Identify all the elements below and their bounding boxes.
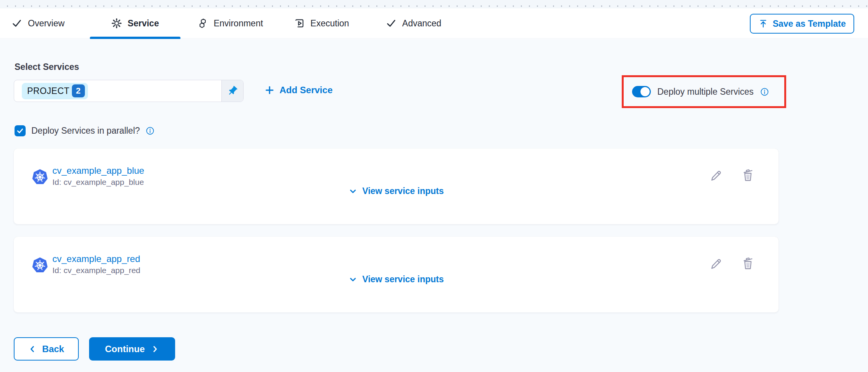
service-card: cv_example_app_blue Id: cv_example_app_b… [14, 149, 779, 224]
add-service-label: Add Service [280, 85, 333, 95]
tab-execution[interactable]: Execution [294, 8, 349, 38]
view-service-inputs-button[interactable]: View service inputs [14, 274, 779, 285]
deploy-multiple-services-toggle[interactable] [632, 86, 651, 97]
info-icon[interactable] [760, 87, 769, 96]
view-service-inputs-button[interactable]: View service inputs [14, 186, 779, 196]
project-tag[interactable]: PROJECT 2 [22, 83, 88, 99]
dotted-top-strip [0, 0, 868, 8]
deploy-parallel-row: Deploy Services in parallel? [15, 125, 154, 136]
continue-button[interactable]: Continue [89, 337, 175, 361]
tab-label: Overview [28, 18, 65, 29]
pin-button[interactable] [221, 80, 243, 102]
project-tag-count-badge: 2 [72, 84, 85, 97]
footer-buttons: Back Continue [14, 337, 175, 361]
chevron-right-icon [151, 345, 159, 353]
save-as-template-label: Save as Template [773, 19, 846, 29]
toggle-knob [640, 87, 650, 96]
service-id-text: Id: cv_example_app_blue [52, 178, 144, 187]
chevron-down-icon [348, 275, 358, 284]
pin-icon [227, 85, 238, 97]
kubernetes-icon [31, 168, 49, 186]
trash-icon[interactable] [741, 257, 755, 270]
card-actions [709, 257, 755, 270]
save-as-template-button[interactable]: Save as Template [750, 14, 854, 34]
highlight-box: Deploy multiple Services [622, 75, 786, 108]
project-tag-label: PROJECT [27, 86, 70, 96]
tab-environment[interactable]: Environment [197, 8, 263, 38]
selected-services-tags: PROJECT 2 [14, 83, 221, 99]
play-square-icon [294, 18, 305, 29]
add-service-button[interactable]: Add Service [265, 85, 333, 95]
card-actions [709, 168, 755, 182]
back-label: Back [42, 344, 64, 354]
tab-overview[interactable]: Overview [11, 8, 65, 38]
edit-icon[interactable] [709, 257, 723, 270]
info-icon[interactable] [146, 126, 154, 135]
deploy-parallel-checkbox[interactable] [15, 125, 26, 136]
tab-label: Advanced [402, 18, 441, 29]
kubernetes-icon [31, 257, 49, 274]
plus-icon [265, 85, 275, 95]
back-button[interactable]: Back [14, 337, 79, 361]
stage-content-area: Select Services PROJECT 2 Add Servi [0, 39, 868, 372]
tab-label: Environment [214, 18, 263, 29]
service-name-link[interactable]: cv_example_app_red [52, 254, 140, 264]
service-card: cv_example_app_red Id: cv_example_app_re… [14, 237, 779, 312]
stage-tab-bar: Overview Service [0, 8, 868, 39]
pipeline-stage-config-page: Overview Service [0, 0, 868, 372]
deploy-multiple-services-label: Deploy multiple Services [657, 87, 754, 97]
chevron-down-icon [348, 187, 358, 196]
edit-icon[interactable] [709, 168, 723, 182]
check-icon [11, 18, 22, 29]
upload-icon [758, 19, 768, 29]
service-id-text: Id: cv_example_app_red [52, 266, 140, 275]
view-service-inputs-label: View service inputs [362, 274, 444, 285]
tab-label: Service [128, 18, 159, 29]
tab-label: Execution [310, 18, 349, 29]
trash-icon[interactable] [741, 168, 755, 182]
tab-advanced[interactable]: Advanced [386, 8, 441, 38]
select-services-input[interactable]: PROJECT 2 [14, 80, 244, 102]
service-name-link[interactable]: cv_example_app_blue [52, 165, 144, 176]
chevron-left-icon [28, 345, 37, 353]
continue-label: Continue [105, 344, 145, 354]
select-services-label: Select Services [15, 62, 79, 72]
tab-service[interactable]: Service [111, 8, 159, 38]
view-service-inputs-label: View service inputs [362, 186, 444, 196]
hexagons-icon [197, 18, 208, 29]
check-icon [386, 18, 397, 29]
gear-icon [111, 18, 122, 29]
deploy-parallel-label: Deploy Services in parallel? [31, 126, 140, 136]
